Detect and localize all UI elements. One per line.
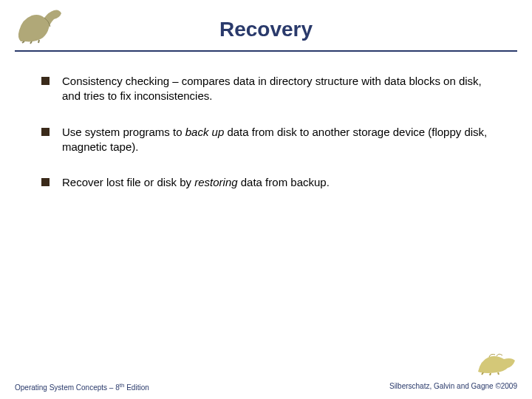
footer-left-pre: Operating System Concepts – 8 xyxy=(15,383,120,392)
slide-footer: Operating System Concepts – 8th Edition … xyxy=(0,382,532,392)
bullet-2-em: back up xyxy=(185,126,225,138)
footer-left-post: Edition xyxy=(124,383,149,392)
bullet-2: Use system programs to back up data from… xyxy=(41,125,502,155)
dinosaur-top-icon xyxy=(13,4,65,44)
bullet-3-pre: Recover lost file or disk by xyxy=(62,176,194,188)
bullet-3-post: data from backup. xyxy=(238,176,330,188)
bullet-3-em: restoring xyxy=(194,176,237,188)
footer-left: Operating System Concepts – 8th Edition xyxy=(15,383,149,392)
bullet-1: Consistency checking – compares data in … xyxy=(41,74,502,104)
footer-right: Silberschatz, Galvin and Gagne ©2009 xyxy=(389,382,517,390)
slide-header: Recovery xyxy=(0,0,532,52)
slide-title: Recovery xyxy=(219,18,313,41)
bullet-3: Recover lost file or disk by restoring d… xyxy=(41,175,502,190)
slide-content: Consistency checking – compares data in … xyxy=(0,52,532,190)
title-underline xyxy=(15,50,517,52)
bullet-1-text: Consistency checking – compares data in … xyxy=(62,75,482,102)
dinosaur-bottom-icon xyxy=(474,346,519,375)
bullet-2-pre: Use system programs to xyxy=(62,126,185,138)
